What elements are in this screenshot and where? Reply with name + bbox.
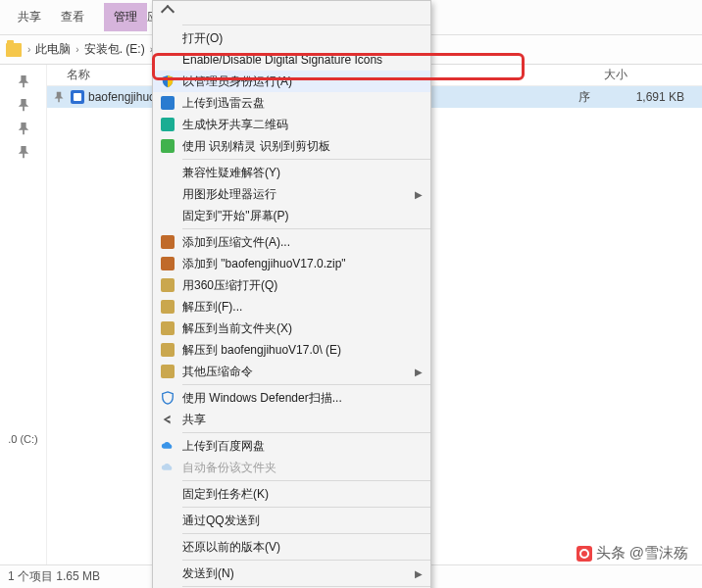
tab-share[interactable]: 共享 bbox=[8, 3, 51, 31]
archive-icon bbox=[159, 256, 176, 271]
zip-icon bbox=[159, 320, 176, 336]
zip-icon bbox=[159, 342, 176, 358]
menu-label: 上传到百度网盘 bbox=[182, 438, 423, 455]
defender-icon bbox=[159, 390, 176, 406]
menu-label: 还原以前的版本(V) bbox=[182, 539, 423, 556]
menu-label: Enable/Disable Digital Signature Icons bbox=[182, 53, 423, 67]
menu-open[interactable]: 打开(O) bbox=[153, 27, 430, 49]
pin-icon bbox=[17, 145, 30, 159]
chevron-right-icon[interactable]: › bbox=[27, 44, 30, 55]
menu-label: 通过QQ发送到 bbox=[182, 513, 423, 529]
menu-label: 以管理员身份运行(A) bbox=[182, 74, 423, 90]
col-size[interactable]: 大小 bbox=[604, 67, 702, 83]
menu-send-to[interactable]: 发送到(N)▶ bbox=[153, 563, 430, 584]
menu-label: 固定到任务栏(K) bbox=[182, 486, 423, 503]
menu-run-as-admin[interactable]: 以管理员身份运行(A) bbox=[153, 71, 430, 92]
menu-gpu[interactable]: 用图形处理器运行▶ bbox=[153, 183, 430, 205]
sidebar: .0 (C:) bbox=[0, 65, 47, 564]
menu-label: 生成快牙共享二维码 bbox=[182, 117, 423, 133]
menu-label: 上传到迅雷云盘 bbox=[182, 95, 423, 112]
context-menu: 打开(O) Enable/Disable Digital Signature I… bbox=[152, 0, 431, 588]
watermark-text: 头条 @雪沫殇 bbox=[596, 544, 688, 561]
menu-label: 添加到压缩文件(A)... bbox=[182, 234, 423, 251]
tab-view[interactable]: 查看 bbox=[51, 3, 94, 31]
zip-icon bbox=[159, 299, 176, 315]
menu-qq-send[interactable]: 通过QQ发送到 bbox=[153, 510, 430, 531]
chevron-right-icon: ▶ bbox=[415, 568, 423, 579]
pin-icon bbox=[17, 122, 30, 135]
menu-defender[interactable]: 使用 Windows Defender扫描... bbox=[153, 387, 430, 409]
menu-extract-named[interactable]: 解压到 baofengjihuoV17.0\ (E) bbox=[153, 339, 430, 361]
menu-open-360[interactable]: 用360压缩打开(Q) bbox=[153, 274, 430, 296]
menu-back[interactable] bbox=[153, 1, 430, 23]
chevron-up-icon bbox=[159, 4, 176, 20]
toutiao-icon bbox=[577, 546, 592, 562]
folder-icon bbox=[6, 43, 22, 57]
kuaiya-icon bbox=[159, 117, 176, 132]
status-text: 1 个项目 1.65 MB bbox=[8, 568, 100, 585]
archive-icon bbox=[159, 234, 176, 250]
cloud-sync-icon bbox=[159, 460, 176, 475]
menu-label: 发送到(N) bbox=[182, 565, 415, 582]
chevron-right-icon: ▶ bbox=[415, 189, 423, 200]
menu-extract-to[interactable]: 解压到(F)... bbox=[153, 296, 430, 318]
menu-label: 共享 bbox=[182, 412, 423, 428]
menu-other-zip[interactable]: 其他压缩命令▶ bbox=[153, 361, 430, 382]
menu-label: 打开(O) bbox=[182, 30, 423, 47]
menu-label: 使用 识别精灵 识别到剪切板 bbox=[182, 138, 423, 155]
pin-icon bbox=[17, 98, 30, 112]
menu-baidu[interactable]: 上传到百度网盘 bbox=[153, 435, 430, 457]
pin-icon bbox=[17, 74, 30, 88]
menu-auto-backup: 自动备份该文件夹 bbox=[153, 457, 430, 478]
menu-kuaiya[interactable]: 生成快牙共享二维码 bbox=[153, 114, 430, 135]
menu-extract-here[interactable]: 解压到当前文件夹(X) bbox=[153, 318, 430, 339]
zip-icon bbox=[159, 364, 176, 379]
cloud-icon bbox=[159, 438, 176, 454]
xunlei-icon bbox=[159, 95, 176, 111]
menu-label: 使用 Windows Defender扫描... bbox=[182, 390, 423, 407]
menu-add-zip[interactable]: 添加到 "baofengjihuoV17.0.zip" bbox=[153, 253, 430, 274]
watermark: 头条 @雪沫殇 bbox=[577, 544, 688, 563]
menu-restore[interactable]: 还原以前的版本(V) bbox=[153, 536, 430, 558]
crumb-pc[interactable]: 此电脑 bbox=[35, 41, 71, 58]
file-size: 1,691 KB bbox=[614, 90, 702, 104]
menu-share[interactable]: 共享 bbox=[153, 409, 430, 430]
application-icon bbox=[71, 90, 84, 104]
menu-label: 添加到 "baofengjihuoV17.0.zip" bbox=[182, 256, 423, 272]
menu-label: 用图形处理器运行 bbox=[182, 186, 415, 203]
file-type: 序 bbox=[555, 89, 614, 106]
menu-pin-taskbar[interactable]: 固定到任务栏(K) bbox=[153, 483, 430, 505]
sidebar-drive-c[interactable]: .0 (C:) bbox=[0, 433, 46, 445]
shibie-icon bbox=[159, 138, 176, 154]
chevron-right-icon: ▶ bbox=[415, 367, 423, 377]
menu-add-archive[interactable]: 添加到压缩文件(A)... bbox=[153, 231, 430, 253]
menu-shibie[interactable]: 使用 识别精灵 识别到剪切板 bbox=[153, 135, 430, 157]
menu-compat[interactable]: 兼容性疑难解答(Y) bbox=[153, 162, 430, 183]
menu-pin-start[interactable]: 固定到"开始"屏幕(P) bbox=[153, 205, 430, 226]
menu-upload-xunlei[interactable]: 上传到迅雷云盘 bbox=[153, 92, 430, 114]
menu-label: 解压到当前文件夹(X) bbox=[182, 320, 423, 337]
chevron-right-icon[interactable]: › bbox=[75, 44, 78, 55]
menu-label: 用360压缩打开(Q) bbox=[182, 277, 423, 294]
menu-label: 自动备份该文件夹 bbox=[182, 460, 423, 476]
menu-label: 其他压缩命令 bbox=[182, 364, 415, 380]
menu-label: 兼容性疑难解答(Y) bbox=[182, 165, 423, 181]
zip-icon bbox=[159, 277, 176, 293]
crumb-drive[interactable]: 安装包. (E:) bbox=[84, 41, 145, 58]
menu-label: 固定到"开始"屏幕(P) bbox=[182, 208, 423, 224]
menu-signature[interactable]: Enable/Disable Digital Signature Icons bbox=[153, 49, 430, 71]
share-icon bbox=[159, 412, 176, 427]
menu-label: 解压到 baofengjihuoV17.0\ (E) bbox=[182, 342, 423, 359]
shield-icon bbox=[159, 74, 176, 89]
pin-icon bbox=[53, 91, 67, 103]
menu-label: 解压到(F)... bbox=[182, 299, 423, 316]
